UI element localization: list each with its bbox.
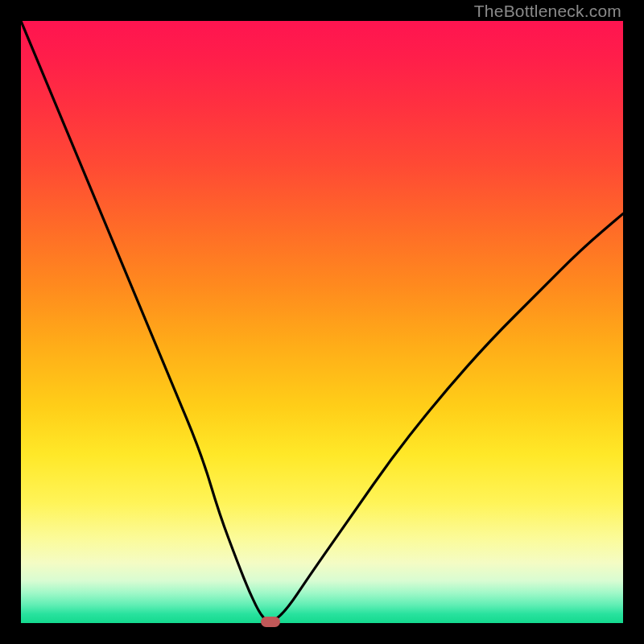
bottleneck-curve bbox=[21, 21, 623, 623]
chart-frame: TheBottleneck.com bbox=[0, 0, 644, 644]
curve-path bbox=[21, 21, 623, 621]
optimum-marker bbox=[261, 617, 280, 627]
plot-area bbox=[21, 21, 623, 623]
watermark-text: TheBottleneck.com bbox=[474, 2, 621, 21]
